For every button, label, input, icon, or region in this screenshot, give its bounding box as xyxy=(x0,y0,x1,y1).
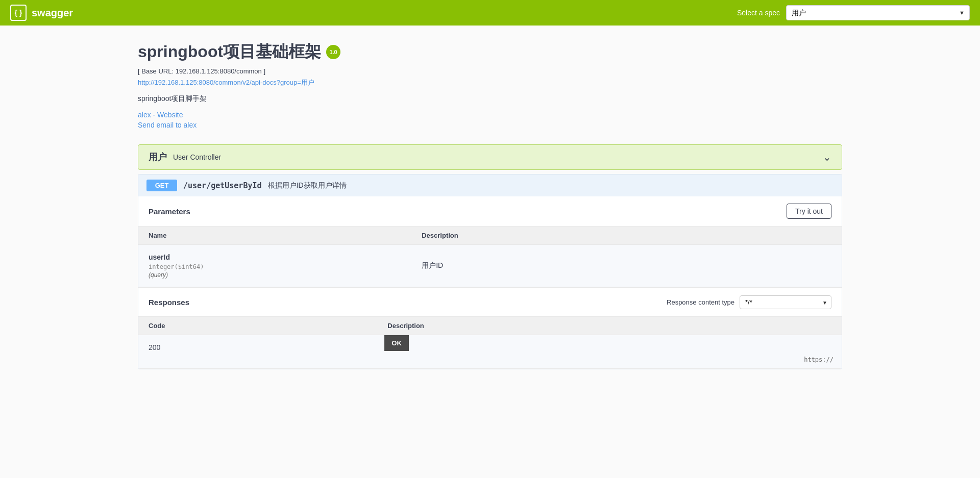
main-content: springboot项目基础框架 1.0 [ Base URL: 192.168… xyxy=(117,26,863,393)
info-section: springboot项目基础框架 1.0 [ Base URL: 192.168… xyxy=(138,41,842,129)
response-description-col: OK https:// xyxy=(384,335,842,368)
param-description: 用户ID xyxy=(422,261,443,270)
response-desc-content: https:// xyxy=(384,351,842,368)
params-table: Name Description userId integer($int64) … xyxy=(138,227,842,287)
spec-select-wrapper[interactable]: 用户 xyxy=(786,5,970,20)
responses-title: Responses xyxy=(149,298,189,307)
method-badge: GET xyxy=(146,180,177,191)
top-navigation: { } swagger Select a spec 用户 xyxy=(0,0,980,26)
version-badge: 1.0 xyxy=(326,45,340,59)
response-content-type-wrapper: Response content type */* xyxy=(667,295,831,309)
contact-email-link[interactable]: Send email to alex xyxy=(138,121,842,129)
response-ok-badge: OK xyxy=(384,335,409,351)
endpoint-body: Parameters Try it out Name Description u… xyxy=(138,196,842,369)
controller-name-zh: 用户 xyxy=(149,151,167,163)
api-docs-link[interactable]: http://192.168.1.125:8080/common/v2/api-… xyxy=(138,78,842,87)
responses-section: Responses Response content type */* xyxy=(138,287,842,369)
params-col-name: Name xyxy=(149,232,422,239)
response-content-type-select-wrapper[interactable]: */* xyxy=(740,295,831,309)
response-code: 200 xyxy=(138,335,384,368)
brand-logo: { } swagger xyxy=(10,5,73,21)
param-type: integer($int64) xyxy=(149,263,422,270)
responses-table: Code Description 200 OK https:// xyxy=(138,317,842,369)
endpoint-path: /user/getUserById xyxy=(183,181,262,190)
param-location: (query) xyxy=(149,271,422,279)
controller-header-left: 用户 User Controller xyxy=(149,151,221,163)
swagger-logo-icon: { } xyxy=(10,5,27,21)
controller-section: 用户 User Controller ⌄ GET /user/getUserBy… xyxy=(138,144,842,369)
endpoint-header[interactable]: GET /user/getUserById 根据用户ID获取用户详情 xyxy=(138,174,842,196)
try-it-out-button[interactable]: Try it out xyxy=(787,204,831,219)
parameters-section-header: Parameters Try it out xyxy=(138,196,842,227)
spec-select-label: Select a spec xyxy=(737,9,780,17)
endpoint-card: GET /user/getUserById 根据用户ID获取用户详情 Param… xyxy=(138,174,842,369)
parameters-title: Parameters xyxy=(149,207,190,216)
https-badge: https:// xyxy=(804,356,834,363)
api-description: springboot项目脚手架 xyxy=(138,94,842,104)
spec-selector-area: Select a spec 用户 xyxy=(737,5,970,20)
response-content-type-label: Response content type xyxy=(667,298,734,306)
brand-name: swagger xyxy=(32,7,73,19)
table-row: userId integer($int64) (query) 用户ID xyxy=(138,245,842,287)
controller-name-en: User Controller xyxy=(173,153,221,161)
controller-header[interactable]: 用户 User Controller ⌄ xyxy=(138,144,842,170)
param-description-col: 用户ID xyxy=(422,253,831,279)
param-name-col: userId integer($int64) (query) xyxy=(149,253,422,279)
collapse-icon: ⌄ xyxy=(823,151,831,163)
endpoint-summary: 根据用户ID获取用户详情 xyxy=(268,181,347,190)
responses-table-header: Code Description xyxy=(138,317,842,335)
spec-select[interactable]: 用户 xyxy=(786,5,970,20)
response-col-description: Description xyxy=(387,322,831,330)
api-title-text: springboot项目基础框架 xyxy=(138,41,321,63)
api-title: springboot项目基础框架 1.0 xyxy=(138,41,842,63)
params-table-header: Name Description xyxy=(138,227,842,245)
base-url: [ Base URL: 192.168.1.125:8080/common ] xyxy=(138,67,842,75)
response-content-type-select[interactable]: */* xyxy=(740,295,831,309)
table-row: 200 OK https:// xyxy=(138,335,842,369)
contact-website-link[interactable]: alex - Website xyxy=(138,111,842,119)
params-col-description: Description xyxy=(422,232,831,239)
responses-section-header: Responses Response content type */* xyxy=(138,288,842,317)
param-name: userId xyxy=(149,253,422,261)
contact-links: alex - Website Send email to alex xyxy=(138,111,842,129)
response-col-code: Code xyxy=(149,322,387,330)
